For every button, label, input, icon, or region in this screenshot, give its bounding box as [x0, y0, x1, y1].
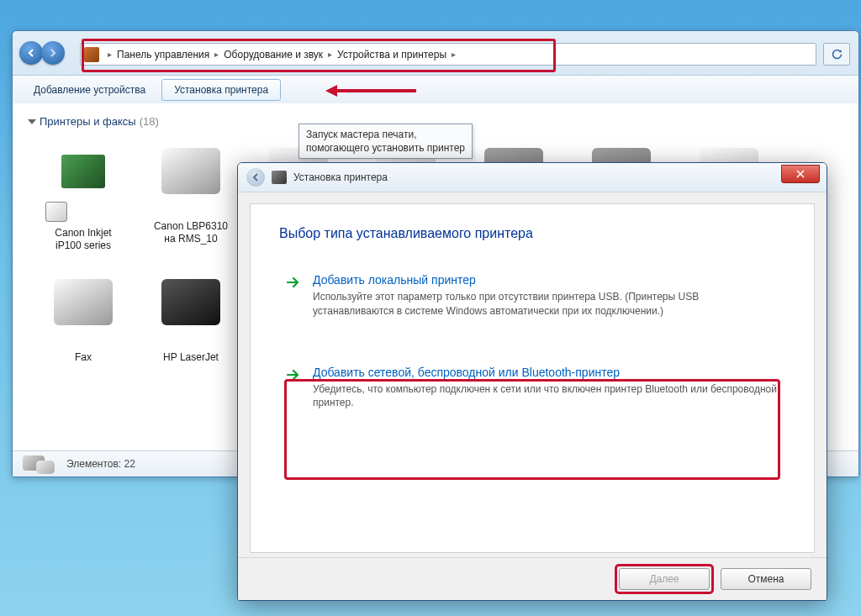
device-item[interactable]: Fax — [33, 269, 134, 364]
arrow-right-icon — [286, 275, 301, 290]
group-count: (18) — [140, 115, 159, 128]
printer-icon — [272, 171, 287, 184]
nav-back-button[interactable] — [19, 41, 43, 65]
control-panel-icon — [84, 47, 99, 62]
status-count: 22 — [124, 458, 135, 470]
chevron-right-icon: ▸ — [214, 50, 219, 59]
add-printer-button[interactable]: Установка принтера — [161, 79, 281, 101]
wizard-body: Выбор типа устанавливаемого принтера Доб… — [250, 203, 815, 553]
close-button[interactable] — [781, 165, 820, 183]
device-label: Canon Inkjet — [33, 227, 134, 240]
breadcrumb-item[interactable]: Оборудование и звук — [224, 49, 323, 61]
printer-icon — [153, 279, 229, 346]
status-label: Элементов: — [66, 458, 121, 470]
option-description: Убедитесь, что компьютер подключен к сет… — [313, 382, 779, 411]
device-label: HP LaserJet — [140, 351, 241, 364]
option-network-printer[interactable]: Добавить сетевой, беспроводной или Bluet… — [279, 357, 785, 419]
wizard-title-bar: Установка принтера — [238, 163, 827, 192]
wizard-heading: Выбор типа устанавливаемого принтера — [279, 226, 785, 241]
chevron-right-icon: ▸ — [328, 50, 332, 59]
breadcrumb-item[interactable]: Устройства и принтеры — [337, 49, 446, 61]
wizard-footer: Далее Отмена — [238, 557, 827, 600]
wizard-back-button[interactable] — [246, 168, 265, 187]
printer-icon — [45, 155, 121, 222]
fax-icon — [45, 279, 121, 346]
tooltip: Запуск мастера печати, помогающего устан… — [298, 124, 473, 159]
device-item[interactable]: Canon LBP6310 на RMS_10 — [140, 138, 241, 252]
group-title: Принтеры и факсы — [40, 115, 136, 128]
add-device-button[interactable]: Добавление устройства — [21, 79, 158, 101]
cancel-button[interactable]: Отмена — [721, 568, 811, 590]
option-local-printer[interactable]: Добавить локальный принтер Используйте э… — [279, 265, 785, 327]
expand-icon — [28, 119, 36, 124]
device-label: на RMS_10 — [140, 233, 241, 245]
annotation-arrow — [324, 82, 416, 99]
device-label: Fax — [33, 351, 134, 364]
option-description: Используйте этот параметр только при отс… — [313, 290, 779, 319]
explorer-toolbar: Добавление устройства Установка принтера — [13, 76, 858, 105]
title-bar: ▸ Панель управления ▸ Оборудование и зву… — [13, 31, 858, 76]
chevron-right-icon: ▸ — [452, 50, 456, 59]
annotation-highlight: Далее — [615, 564, 714, 594]
device-item[interactable]: Canon Inkjet iP100 series — [33, 138, 134, 252]
chevron-right-icon: ▸ — [108, 50, 112, 59]
option-title: Добавить сетевой, беспроводной или Bluet… — [313, 366, 779, 379]
wizard-title: Установка принтера — [293, 171, 388, 183]
nav-forward-button[interactable] — [41, 41, 65, 65]
breadcrumb[interactable]: ▸ Панель управления ▸ Оборудование и зву… — [80, 43, 816, 66]
next-button[interactable]: Далее — [619, 568, 710, 590]
option-title: Добавить локальный принтер — [313, 273, 779, 287]
arrow-right-icon — [286, 367, 301, 382]
refresh-button[interactable] — [823, 43, 850, 66]
device-item[interactable]: HP LaserJet — [140, 269, 241, 364]
status-icon — [21, 454, 58, 474]
add-printer-wizard: Установка принтера Выбор типа устанавлив… — [237, 162, 827, 601]
device-label: iP100 series — [33, 240, 134, 252]
printer-icon — [153, 148, 229, 215]
device-label: Canon LBP6310 — [140, 220, 241, 233]
breadcrumb-item[interactable]: Панель управления — [117, 49, 209, 61]
